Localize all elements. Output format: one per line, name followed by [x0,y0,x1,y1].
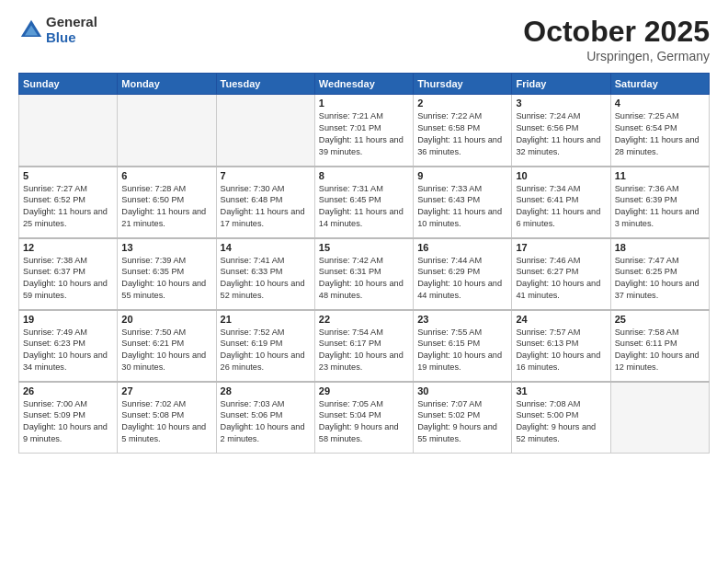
day-info: Sunrise: 7:38 AM Sunset: 6:37 PM Dayligh… [23,255,113,303]
table-row [216,95,314,167]
table-row: 10Sunrise: 7:34 AM Sunset: 6:41 PM Dayli… [512,167,610,238]
day-info: Sunrise: 7:52 AM Sunset: 6:19 PM Dayligh… [221,327,311,374]
day-info: Sunrise: 7:22 AM Sunset: 6:58 PM Dayligh… [417,110,507,158]
table-row: 6Sunrise: 7:28 AM Sunset: 6:50 PM Daylig… [118,167,216,238]
day-info: Sunrise: 7:08 AM Sunset: 5:00 PM Dayligh… [516,398,606,446]
table-row: 4Sunrise: 7:25 AM Sunset: 6:54 PM Daylig… [610,95,709,167]
day-info: Sunrise: 7:58 AM Sunset: 6:11 PM Dayligh… [615,327,705,374]
table-row: 26Sunrise: 7:00 AM Sunset: 5:09 PM Dayli… [19,382,118,454]
day-info: Sunrise: 7:25 AM Sunset: 6:54 PM Dayligh… [615,110,705,158]
day-info: Sunrise: 7:00 AM Sunset: 5:09 PM Dayligh… [23,398,113,446]
page: General Blue October 2025 Urspringen, Ge… [0,0,728,563]
table-row: 23Sunrise: 7:55 AM Sunset: 6:15 PM Dayli… [414,310,512,382]
day-info: Sunrise: 7:31 AM Sunset: 6:45 PM Dayligh… [319,183,409,231]
table-row: 8Sunrise: 7:31 AM Sunset: 6:45 PM Daylig… [314,167,413,238]
table-row: 21Sunrise: 7:52 AM Sunset: 6:19 PM Dayli… [216,310,314,382]
day-info: Sunrise: 7:27 AM Sunset: 6:52 PM Dayligh… [23,183,113,231]
day-info: Sunrise: 7:34 AM Sunset: 6:41 PM Dayligh… [516,183,606,231]
day-number: 3 [516,98,606,109]
day-info: Sunrise: 7:55 AM Sunset: 6:15 PM Dayligh… [417,327,507,374]
col-tuesday: Tuesday [216,74,314,95]
col-wednesday: Wednesday [314,74,413,95]
table-row [610,382,709,454]
table-row: 11Sunrise: 7:36 AM Sunset: 6:39 PM Dayli… [610,167,709,238]
table-row: 20Sunrise: 7:50 AM Sunset: 6:21 PM Dayli… [118,310,216,382]
table-row: 18Sunrise: 7:47 AM Sunset: 6:25 PM Dayli… [610,238,709,310]
table-row: 9Sunrise: 7:33 AM Sunset: 6:43 PM Daylig… [414,167,512,238]
day-number: 30 [417,385,507,396]
table-row: 30Sunrise: 7:07 AM Sunset: 5:02 PM Dayli… [414,382,512,454]
day-number: 11 [615,170,705,181]
day-info: Sunrise: 7:07 AM Sunset: 5:02 PM Dayligh… [417,398,507,446]
day-number: 26 [23,385,113,396]
day-number: 31 [516,385,606,396]
day-info: Sunrise: 7:46 AM Sunset: 6:27 PM Dayligh… [516,255,606,303]
day-info: Sunrise: 7:21 AM Sunset: 7:01 PM Dayligh… [319,110,409,158]
day-number: 13 [121,242,211,253]
table-row: 15Sunrise: 7:42 AM Sunset: 6:31 PM Dayli… [314,238,413,310]
month-title: October 2025 [523,15,710,49]
day-number: 22 [319,314,409,325]
day-info: Sunrise: 7:02 AM Sunset: 5:08 PM Dayligh… [121,398,211,446]
calendar-header-row: Sunday Monday Tuesday Wednesday Thursday… [19,74,710,95]
day-info: Sunrise: 7:36 AM Sunset: 6:39 PM Dayligh… [615,183,705,231]
day-info: Sunrise: 7:44 AM Sunset: 6:29 PM Dayligh… [417,255,507,303]
calendar-week-row: 1Sunrise: 7:21 AM Sunset: 7:01 PM Daylig… [19,95,710,167]
day-number: 16 [417,242,507,253]
day-info: Sunrise: 7:05 AM Sunset: 5:04 PM Dayligh… [319,398,409,446]
table-row: 17Sunrise: 7:46 AM Sunset: 6:27 PM Dayli… [512,238,610,310]
logo-text: General Blue [46,15,97,45]
day-info: Sunrise: 7:24 AM Sunset: 6:56 PM Dayligh… [516,110,606,158]
day-number: 18 [615,242,705,253]
day-info: Sunrise: 7:33 AM Sunset: 6:43 PM Dayligh… [417,183,507,231]
day-number: 24 [516,314,606,325]
table-row: 22Sunrise: 7:54 AM Sunset: 6:17 PM Dayli… [314,310,413,382]
day-number: 27 [121,385,211,396]
day-number: 14 [221,242,311,253]
header: General Blue October 2025 Urspringen, Ge… [18,15,710,63]
day-number: 7 [221,170,311,181]
table-row: 14Sunrise: 7:41 AM Sunset: 6:33 PM Dayli… [216,238,314,310]
table-row: 7Sunrise: 7:30 AM Sunset: 6:48 PM Daylig… [216,167,314,238]
day-number: 12 [23,242,113,253]
day-info: Sunrise: 7:42 AM Sunset: 6:31 PM Dayligh… [319,255,409,303]
col-thursday: Thursday [414,74,512,95]
col-friday: Friday [512,74,610,95]
table-row: 2Sunrise: 7:22 AM Sunset: 6:58 PM Daylig… [414,95,512,167]
table-row: 3Sunrise: 7:24 AM Sunset: 6:56 PM Daylig… [512,95,610,167]
day-info: Sunrise: 7:28 AM Sunset: 6:50 PM Dayligh… [121,183,211,231]
day-info: Sunrise: 7:57 AM Sunset: 6:13 PM Dayligh… [516,327,606,374]
day-info: Sunrise: 7:03 AM Sunset: 5:06 PM Dayligh… [221,398,311,446]
day-info: Sunrise: 7:54 AM Sunset: 6:17 PM Dayligh… [319,327,409,374]
table-row: 1Sunrise: 7:21 AM Sunset: 7:01 PM Daylig… [314,95,413,167]
logo-icon [18,17,44,43]
col-sunday: Sunday [19,74,118,95]
logo-blue: Blue [46,30,97,46]
day-number: 25 [615,314,705,325]
calendar-table: Sunday Monday Tuesday Wednesday Thursday… [18,73,710,454]
day-number: 19 [23,314,113,325]
day-number: 10 [516,170,606,181]
table-row: 29Sunrise: 7:05 AM Sunset: 5:04 PM Dayli… [314,382,413,454]
day-number: 15 [319,242,409,253]
day-info: Sunrise: 7:50 AM Sunset: 6:21 PM Dayligh… [121,327,211,374]
day-number: 20 [121,314,211,325]
day-number: 5 [23,170,113,181]
day-number: 4 [615,98,705,109]
calendar-week-row: 12Sunrise: 7:38 AM Sunset: 6:37 PM Dayli… [19,238,710,310]
day-info: Sunrise: 7:41 AM Sunset: 6:33 PM Dayligh… [221,255,311,303]
table-row: 12Sunrise: 7:38 AM Sunset: 6:37 PM Dayli… [19,238,118,310]
calendar-week-row: 19Sunrise: 7:49 AM Sunset: 6:23 PM Dayli… [19,310,710,382]
day-number: 1 [319,98,409,109]
table-row: 24Sunrise: 7:57 AM Sunset: 6:13 PM Dayli… [512,310,610,382]
title-block: October 2025 Urspringen, Germany [523,15,710,63]
table-row [118,95,216,167]
table-row [19,95,118,167]
day-number: 2 [417,98,507,109]
day-info: Sunrise: 7:39 AM Sunset: 6:35 PM Dayligh… [121,255,211,303]
day-number: 6 [121,170,211,181]
table-row: 16Sunrise: 7:44 AM Sunset: 6:29 PM Dayli… [414,238,512,310]
col-saturday: Saturday [610,74,709,95]
day-info: Sunrise: 7:49 AM Sunset: 6:23 PM Dayligh… [23,327,113,374]
day-number: 28 [221,385,311,396]
